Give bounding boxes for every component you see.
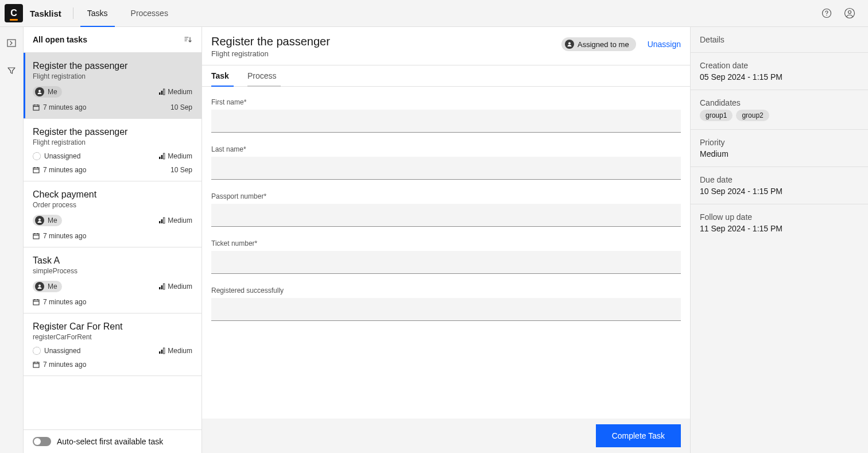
task-item-time: 7 minutes ago bbox=[33, 166, 86, 174]
task-item-time: 7 minutes ago bbox=[33, 361, 86, 369]
details-panel: Details Creation date 05 Sep 2024 - 1:15… bbox=[690, 27, 868, 453]
svg-rect-21 bbox=[161, 285, 163, 289]
task-item-subtitle: Order process bbox=[33, 201, 192, 209]
tab-process[interactable]: Process bbox=[247, 65, 286, 86]
nav-tab-tasks[interactable]: Tasks bbox=[85, 0, 110, 27]
svg-rect-7 bbox=[161, 91, 163, 95]
svg-rect-12 bbox=[164, 153, 165, 159]
svg-point-3 bbox=[848, 11, 851, 14]
bars-icon bbox=[158, 347, 165, 354]
task-item-date: 10 Sep bbox=[170, 166, 192, 174]
bars-icon bbox=[158, 153, 165, 160]
app-name: Tasklist bbox=[30, 9, 61, 18]
task-item-assignee: Unassigned bbox=[33, 152, 80, 160]
svg-rect-11 bbox=[161, 155, 163, 159]
task-form: First name* Last name* Passport number* … bbox=[202, 87, 690, 419]
calendar-icon bbox=[33, 167, 40, 173]
task-list-item[interactable]: Check payment Order process Me Medium bbox=[24, 181, 202, 247]
priority-label: Medium bbox=[168, 152, 192, 160]
svg-rect-20 bbox=[159, 287, 161, 289]
autoselect-toggle[interactable] bbox=[33, 437, 51, 446]
task-item-time: 7 minutes ago bbox=[33, 232, 86, 240]
complete-task-button[interactable]: Complete Task bbox=[596, 424, 681, 447]
task-list-title: All open tasks bbox=[33, 35, 87, 44]
passport-input[interactable] bbox=[211, 204, 681, 227]
task-item-subtitle: simpleProcess bbox=[33, 267, 192, 275]
assignee-label: Me bbox=[48, 216, 57, 224]
task-list-item[interactable]: Register the passenger Flight registrati… bbox=[24, 119, 202, 181]
calendar-icon bbox=[33, 299, 40, 305]
task-item-assignee: Me bbox=[33, 86, 62, 98]
svg-rect-13 bbox=[33, 168, 39, 173]
svg-rect-23 bbox=[33, 300, 39, 305]
nav-tab-processes[interactable]: Processes bbox=[129, 0, 170, 27]
unassigned-icon bbox=[33, 152, 41, 160]
task-list-item[interactable]: Register the passenger Flight registrati… bbox=[24, 53, 202, 119]
task-item-time: 7 minutes ago bbox=[33, 298, 86, 306]
task-item-date: 10 Sep bbox=[170, 103, 192, 111]
creation-date-value: 05 Sep 2024 - 1:15 PM bbox=[700, 72, 859, 82]
help-icon[interactable] bbox=[817, 4, 836, 22]
svg-rect-27 bbox=[33, 362, 39, 367]
assignee-label: Unassigned bbox=[44, 152, 80, 160]
task-item-title: Register the passenger bbox=[33, 127, 192, 137]
app-header: C Tasklist Tasks Processes bbox=[0, 0, 868, 27]
task-item-title: Register the passenger bbox=[33, 61, 192, 71]
due-date-value: 10 Sep 2024 - 1:15 PM bbox=[700, 187, 859, 196]
time-label: 7 minutes ago bbox=[43, 232, 86, 240]
task-item-subtitle: registerCarForRent bbox=[33, 333, 192, 341]
user-icon bbox=[35, 282, 44, 291]
svg-rect-9 bbox=[33, 105, 39, 110]
svg-rect-17 bbox=[164, 218, 165, 223]
first-name-label: First name* bbox=[211, 98, 681, 106]
passport-label: Passport number* bbox=[211, 192, 681, 200]
autoselect-label: Auto-select first available task bbox=[57, 437, 163, 446]
tab-task[interactable]: Task bbox=[211, 65, 238, 86]
assigned-label: Assigned to me bbox=[578, 40, 629, 49]
task-list-header: All open tasks bbox=[24, 27, 202, 53]
task-item-assignee: Unassigned bbox=[33, 347, 80, 355]
user-icon bbox=[565, 40, 574, 49]
expand-icon[interactable] bbox=[5, 36, 18, 50]
brand-logo: C bbox=[5, 4, 23, 22]
filter-icon[interactable] bbox=[5, 64, 18, 78]
calendar-icon bbox=[33, 361, 40, 368]
calendar-icon bbox=[33, 233, 40, 239]
assignee-label: Unassigned bbox=[44, 347, 80, 355]
last-name-input[interactable] bbox=[211, 157, 681, 180]
task-item-time: 7 minutes ago bbox=[33, 103, 86, 111]
user-icon bbox=[35, 87, 44, 96]
task-item-priority: Medium bbox=[158, 347, 192, 355]
unassign-link[interactable]: Unassign bbox=[648, 40, 681, 49]
priority-value: Medium bbox=[700, 149, 859, 158]
svg-rect-24 bbox=[159, 351, 161, 354]
task-item-title: Register Car For Rent bbox=[33, 322, 192, 332]
svg-rect-16 bbox=[161, 219, 163, 223]
time-label: 7 minutes ago bbox=[43, 298, 86, 306]
svg-point-5 bbox=[38, 90, 41, 92]
sort-icon[interactable] bbox=[183, 35, 192, 44]
svg-rect-8 bbox=[164, 89, 165, 95]
user-menu-icon[interactable] bbox=[840, 4, 859, 22]
priority-label: Medium bbox=[168, 347, 192, 355]
first-name-input[interactable] bbox=[211, 110, 681, 133]
candidates-label: Candidates bbox=[700, 98, 859, 107]
svg-point-1 bbox=[826, 15, 827, 16]
svg-point-28 bbox=[568, 42, 571, 45]
task-list-item[interactable]: Register Car For Rent registerCarForRent… bbox=[24, 313, 202, 376]
svg-rect-6 bbox=[159, 92, 161, 95]
task-item-priority: Medium bbox=[158, 216, 192, 224]
svg-point-19 bbox=[38, 285, 41, 287]
task-list-item[interactable]: Task A simpleProcess Me Medium bbox=[24, 247, 202, 313]
task-item-assignee: Me bbox=[33, 281, 62, 292]
priority-label: Medium bbox=[168, 88, 192, 96]
time-label: 7 minutes ago bbox=[43, 103, 86, 111]
due-date-label: Due date bbox=[700, 175, 859, 184]
assigned-badge: Assigned to me bbox=[561, 37, 636, 51]
priority-label: Priority bbox=[700, 138, 859, 147]
divider bbox=[73, 7, 73, 19]
ticket-input[interactable] bbox=[211, 251, 681, 274]
registered-input[interactable] bbox=[211, 298, 681, 321]
creation-date-label: Creation date bbox=[700, 61, 859, 70]
assignee-label: Me bbox=[48, 282, 57, 291]
